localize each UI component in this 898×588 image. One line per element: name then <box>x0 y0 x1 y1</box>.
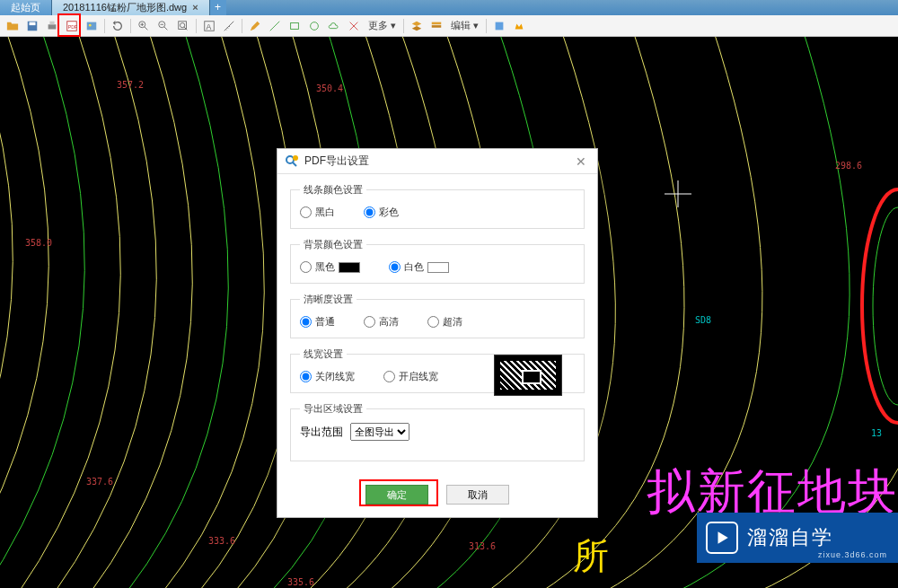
legend-region: 导出区域设置 <box>300 402 366 416</box>
radio-color[interactable]: 彩色 <box>364 206 399 219</box>
layers-icon[interactable] <box>408 17 426 35</box>
swatch-white <box>427 262 449 273</box>
svg-text:A: A <box>207 22 212 31</box>
toolbar: PDF A 更多 ▾ 编辑 ▾ <box>0 15 898 37</box>
svg-point-21 <box>286 156 294 163</box>
layer-manager-icon[interactable] <box>427 17 445 35</box>
radio-lw-on[interactable]: 开启线宽 <box>383 370 438 383</box>
rect-tool-icon[interactable] <box>286 17 304 35</box>
print-icon[interactable] <box>43 17 61 35</box>
legend-line-color: 线条颜色设置 <box>300 183 366 197</box>
open-icon[interactable] <box>4 17 22 35</box>
svg-point-20 <box>873 207 898 405</box>
svg-rect-1 <box>30 22 36 25</box>
legend-bg-color: 背景颜色设置 <box>300 238 366 251</box>
delete-icon[interactable] <box>345 17 363 35</box>
save-icon[interactable] <box>23 17 41 35</box>
tab-bar: 起始页 20181116锰粉厂地形图.dwg× + <box>0 0 898 15</box>
tab-close-icon[interactable]: × <box>192 2 198 13</box>
radio-bw[interactable]: 黑白 <box>300 206 335 219</box>
elev-label: 350.4 <box>316 83 343 93</box>
legend-clarity: 清晰度设置 <box>300 293 357 306</box>
radio-black[interactable]: 黑色 <box>300 260 360 274</box>
svg-rect-17 <box>432 25 442 28</box>
watermark-badge: 溜溜自学 zixue.3d66.com <box>697 513 898 563</box>
line-tool-icon[interactable] <box>266 17 284 35</box>
group-bg-color: 背景颜色设置 黑色 白色 <box>290 238 585 284</box>
overlay-text-yellow: 所 <box>573 531 609 581</box>
svg-rect-2 <box>48 24 57 29</box>
legend-line-width: 线宽设置 <box>300 347 347 361</box>
swatch-black <box>339 262 360 273</box>
svg-text:PDF: PDF <box>68 23 78 29</box>
svg-point-15 <box>311 22 319 30</box>
svg-rect-14 <box>291 22 299 29</box>
tab-start-label: 起始页 <box>11 2 40 13</box>
close-icon[interactable]: ✕ <box>572 154 590 169</box>
zoom-out-icon[interactable] <box>154 17 172 35</box>
watermark-url: zixue.3d66.com <box>818 550 887 559</box>
dialog-title: PDF导出设置 <box>304 154 572 169</box>
elev-label: 357.2 <box>117 80 144 90</box>
dialog-titlebar[interactable]: PDF导出设置 ✕ <box>277 149 597 174</box>
radio-hd[interactable]: 高清 <box>364 315 399 329</box>
cloud-tool-icon[interactable] <box>325 17 343 35</box>
elev-label: 298.6 <box>835 161 862 171</box>
pdf-export-dialog: PDF导出设置 ✕ 线条颜色设置 黑白 彩色 背景颜色设置 黑色 白色 清晰度设… <box>277 148 598 518</box>
rotate-icon[interactable] <box>109 17 127 35</box>
measure-icon[interactable] <box>220 17 238 35</box>
svg-rect-3 <box>49 21 54 24</box>
region-preview <box>494 355 562 396</box>
play-icon <box>706 522 738 554</box>
svg-rect-16 <box>432 22 442 24</box>
radio-lw-off[interactable]: 关闭线宽 <box>300 370 355 383</box>
range-label: 导出范围 <box>300 425 343 440</box>
zoom-in-icon[interactable] <box>135 17 153 35</box>
radio-normal[interactable]: 普通 <box>300 315 335 329</box>
elev-label: 337.6 <box>86 477 113 487</box>
range-select[interactable]: 全图导出 <box>350 423 409 441</box>
zoom-extent-icon[interactable] <box>174 17 192 35</box>
svg-rect-6 <box>87 22 97 30</box>
tab-start[interactable]: 起始页 <box>0 0 52 15</box>
svg-rect-18 <box>496 22 504 30</box>
group-region: 导出区域设置 导出范围 全图导出 <box>290 402 585 461</box>
image-export-icon[interactable] <box>83 17 101 35</box>
elev-label: 358.0 <box>25 238 52 248</box>
vip-icon[interactable] <box>510 17 528 35</box>
radio-uhd[interactable]: 超清 <box>427 315 462 329</box>
label: 13 <box>871 428 882 438</box>
tab-file-label: 20181116锰粉厂地形图.dwg <box>63 2 187 13</box>
marker-label: SD8 <box>695 315 711 325</box>
pdf-export-icon[interactable]: PDF <box>63 17 81 35</box>
pdf-dialog-icon <box>285 154 299 169</box>
svg-point-19 <box>862 189 898 423</box>
elev-label: 333.6 <box>208 536 235 546</box>
pencil-icon[interactable] <box>246 17 264 35</box>
edit-button[interactable]: 编辑 ▾ <box>447 19 482 32</box>
radio-white[interactable]: 白色 <box>389 260 449 274</box>
svg-point-22 <box>293 155 298 161</box>
cancel-button[interactable]: 取消 <box>446 485 509 505</box>
ok-button[interactable]: 确定 <box>365 485 428 505</box>
elev-label: 335.6 <box>287 577 314 587</box>
settings-icon[interactable] <box>490 17 508 35</box>
svg-point-7 <box>89 23 92 26</box>
group-clarity: 清晰度设置 普通 高清 超清 <box>290 293 585 338</box>
circle-tool-icon[interactable] <box>305 17 323 35</box>
group-line-color: 线条颜色设置 黑白 彩色 <box>290 183 585 229</box>
elev-label: 313.6 <box>469 541 496 551</box>
watermark-brand: 溜溜自学 <box>747 524 833 551</box>
text-tool-icon[interactable]: A <box>200 17 218 35</box>
tab-add-button[interactable]: + <box>210 0 226 15</box>
more-button[interactable]: 更多 ▾ <box>365 19 400 32</box>
tab-file[interactable]: 20181116锰粉厂地形图.dwg× <box>52 0 210 15</box>
